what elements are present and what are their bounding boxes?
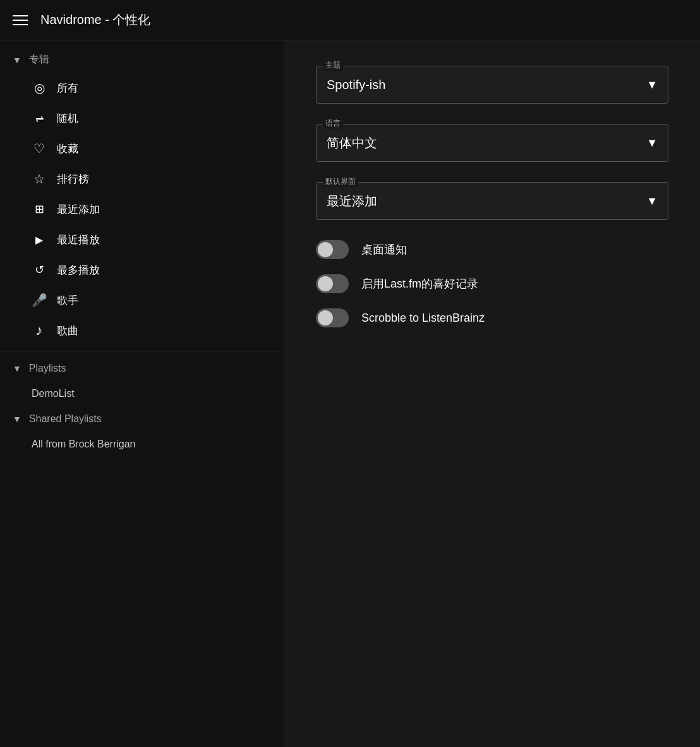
sidebar-item-recently-added-label: 最近添加 <box>57 202 100 217</box>
random-icon: ⇌ <box>32 111 47 126</box>
app-title: Navidrome - 个性化 <box>40 11 150 28</box>
all-albums-icon: ◎ <box>32 80 47 95</box>
albums-section-label: 专辑 <box>29 53 49 66</box>
artists-icon: 🎤 <box>32 293 47 308</box>
sidebar-item-charts[interactable]: ☆ 排行榜 <box>0 164 284 194</box>
lastfm-label: 启用Last.fm的喜好记录 <box>361 276 478 291</box>
default-view-select[interactable]: 最近添加 所有 随机 <box>317 183 668 219</box>
lastfm-toggle[interactable] <box>316 274 349 293</box>
recently-played-icon: ▶ <box>32 232 47 247</box>
sidebar-item-all[interactable]: ◎ 所有 <box>0 73 284 103</box>
listenbrainz-toggle[interactable] <box>316 308 349 327</box>
playlists-chevron-icon: ▼ <box>13 363 21 373</box>
header: Navidrome - 个性化 <box>0 0 700 40</box>
shared-playlist-item-brock[interactable]: All from Brock Berrigan <box>0 431 284 458</box>
listenbrainz-label: Scrobble to ListenBrainz <box>361 312 485 325</box>
sidebar-item-most-played[interactable]: ↺ 最多播放 <box>0 255 284 285</box>
sidebar-item-songs-label: 歌曲 <box>57 324 78 338</box>
sidebar-item-most-played-label: 最多播放 <box>57 263 100 277</box>
theme-select-wrapper: 主题 Spotify-ish Dark Light ▼ <box>316 66 668 104</box>
songs-icon: ♪ <box>32 323 47 338</box>
sidebar-item-recently-added[interactable]: ⊞ 最近添加 <box>0 194 284 224</box>
shared-playlists-chevron-icon: ▼ <box>13 414 21 424</box>
heart-icon: ♡ <box>32 141 47 156</box>
sidebar-item-favorites-label: 收藏 <box>57 142 78 156</box>
language-group: 语言 简体中文 English 日本語 ▼ <box>316 124 668 162</box>
theme-group: 主题 Spotify-ish Dark Light ▼ <box>316 66 668 104</box>
desktop-notifications-label: 桌面通知 <box>361 242 407 257</box>
toggle-desktop-notifications: 桌面通知 <box>316 240 668 259</box>
sidebar-item-artists-label: 歌手 <box>57 293 78 308</box>
sidebar-section-shared-playlists[interactable]: ▼ Shared Playlists <box>0 407 284 431</box>
sidebar-section-albums[interactable]: ▼ 专辑 <box>0 47 284 73</box>
albums-chevron-icon: ▼ <box>13 55 21 65</box>
default-view-label: 默认界面 <box>323 176 358 187</box>
sidebar-item-recently-played-label: 最近播放 <box>57 233 100 247</box>
language-select[interactable]: 简体中文 English 日本語 <box>317 124 668 161</box>
sidebar-item-favorites[interactable]: ♡ 收藏 <box>0 133 284 164</box>
sidebar-section-playlists[interactable]: ▼ Playlists <box>0 356 284 380</box>
sidebar-item-recently-played[interactable]: ▶ 最近播放 <box>0 224 284 255</box>
most-played-icon: ↺ <box>32 262 47 277</box>
sidebar-item-random-label: 随机 <box>57 111 78 126</box>
main-layout: ▼ 专辑 ◎ 所有 ⇌ 随机 ♡ 收藏 ☆ 排行榜 ⊞ 最近添加 ▶ 最近播放 <box>0 40 700 747</box>
recently-added-icon: ⊞ <box>32 202 47 217</box>
sidebar: ▼ 专辑 ◎ 所有 ⇌ 随机 ♡ 收藏 ☆ 排行榜 ⊞ 最近添加 ▶ 最近播放 <box>0 40 284 747</box>
theme-select[interactable]: Spotify-ish Dark Light <box>317 66 668 103</box>
playlist-item-demolist[interactable]: DemoList <box>0 380 284 407</box>
toggle-listenbrainz: Scrobble to ListenBrainz <box>316 308 668 327</box>
sidebar-item-artists[interactable]: 🎤 歌手 <box>0 285 284 315</box>
sidebar-item-charts-label: 排行榜 <box>57 172 89 186</box>
playlists-section-label: Playlists <box>29 363 66 374</box>
sidebar-item-songs[interactable]: ♪ 歌曲 <box>0 315 284 346</box>
sidebar-item-random[interactable]: ⇌ 随机 <box>0 103 284 133</box>
default-view-select-wrapper: 默认界面 最近添加 所有 随机 ▼ <box>316 182 668 220</box>
default-view-group: 默认界面 最近添加 所有 随机 ▼ <box>316 182 668 220</box>
star-icon: ☆ <box>32 171 47 186</box>
sidebar-item-all-label: 所有 <box>57 81 78 95</box>
shared-playlists-section-label: Shared Playlists <box>29 413 102 425</box>
theme-label: 主题 <box>323 60 343 71</box>
language-label: 语言 <box>323 118 343 129</box>
toggle-lastfm: 启用Last.fm的喜好记录 <box>316 274 668 293</box>
desktop-notifications-toggle[interactable] <box>316 240 349 259</box>
content-area: 主题 Spotify-ish Dark Light ▼ 语言 简体中文 Engl… <box>284 40 700 747</box>
menu-button[interactable] <box>13 15 28 25</box>
language-select-wrapper: 语言 简体中文 English 日本語 ▼ <box>316 124 668 162</box>
sidebar-divider <box>0 351 284 351</box>
